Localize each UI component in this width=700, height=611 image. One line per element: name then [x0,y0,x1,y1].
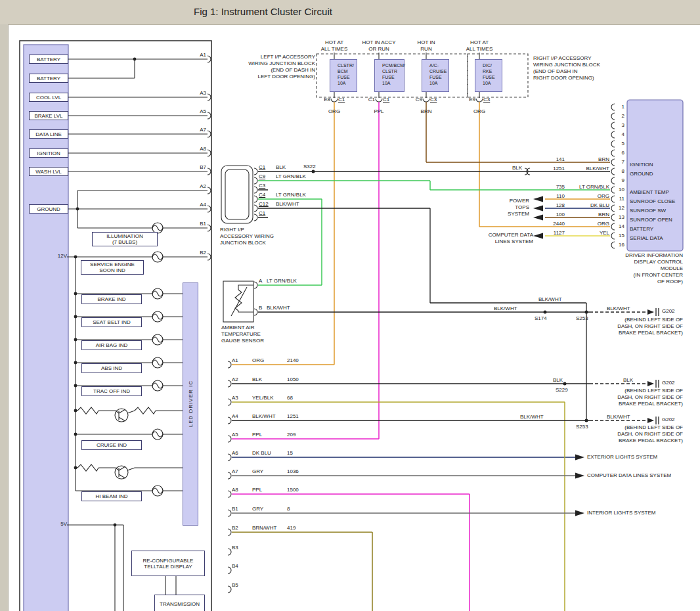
wire-color-label: LT GRN/BLK [565,184,609,191]
harness-row: A2BLK1050 [232,376,299,383]
fuse-header: HOT AT ALL TIMES [321,39,347,53]
harness-row: B2BRN/WHT419 [232,525,295,532]
wire-color-label: LT GRN/BLK [276,192,306,198]
cluster-input-label: WASH LVL [29,167,68,176]
cluster-pin-label: A5 [200,108,206,115]
ground-location-note: (BEHIND LEFT SIDE OF DASH, ON RIGHT SIDE… [617,388,683,407]
indicator-bulb-icons [152,223,163,496]
harness-pin: A1 [232,357,252,364]
fuse-connector-label: C3 [483,97,490,103]
system-destination-label: INTERIOR LIGHTS SYSTEM [587,510,655,516]
system-destination-label: COMPUTER DATA LINES SYSTEM [587,472,671,479]
module-pin-label: SERIAL DATA [630,235,663,242]
left-margin-strip [0,24,9,611]
harness-pin: A5 [232,432,252,438]
junction-caption: RIGHT I/P ACCESSORY WIRING JUNCTION BLOC… [220,227,274,246]
circuit-number: 15 [287,450,293,457]
sensor-pin: A [259,278,267,284]
wire-color-label: ORG [473,108,485,115]
wire-color-label: ORG [565,193,609,200]
wire-color-label: ORG [252,357,287,364]
harness-pin: B2 [232,525,252,532]
junction-pin: C4 [259,192,276,198]
wire-color-label: GRY [252,468,287,475]
ground-label: G202 [662,380,675,386]
junction-pin: C3 [259,183,276,189]
junction-pin-row: C1 [259,210,276,217]
wire-color-label: BLK/WHT [520,414,544,420]
circuit-number: 209 [287,432,295,438]
darkblue-wires [232,208,610,457]
cluster-pin-label: A2 [200,183,206,190]
fuse-box: PCM/BCM/ CLSTR FUSE 10A [374,59,405,92]
module-pin-label: AMBIENT TEMP [630,189,669,196]
module-pin-number: 7 [622,159,624,166]
wire-color-label: BLK/WHT [276,201,299,208]
circuit-number: 8 [287,506,290,512]
module-pin-number: 12 [619,205,624,212]
wire-color-label: PPL [252,487,287,493]
wire-color-label: PPL [374,108,383,115]
sensor-caption: AMBIENT AIR TEMPERATURE GAUGE SENSOR [221,325,264,344]
circuit-number: 141 [498,156,565,163]
wire-color-label: ORG [565,221,609,227]
junction-pin: C9 [259,173,276,180]
harness-row: B1GRY8 [232,506,290,512]
junction-pin-row: C12BLK/WHT [259,201,299,208]
wire-color-label: BLK/WHT [607,306,630,312]
harness-row: A4BLK/WHT1251 [232,413,299,420]
sensor-pin-row: BBLK/WHT [259,305,290,311]
module-pin-label: SUNROOF CLOSE [630,198,675,205]
indicator-label: TRAC OFF IND [81,386,142,396]
transistor-icon [115,409,128,422]
fuse-box: A/C- CRUISE FUSE 10A [422,59,449,92]
circuit-number: 1251 [287,413,299,420]
wire-color-label: BRN [565,156,609,163]
wire-color-label: BRN/WHT [252,525,287,532]
ground-location-note: (BEHIND LEFT SIDE OF DASH, ON RIGHT SIDE… [617,317,683,336]
harness-row: A1ORG2140 [232,357,299,364]
cluster-input-label: COOL LVL [29,93,68,102]
power-tops-system-label: POWER TOPS SYSTEM [508,198,529,217]
fuse-box: DIC/ RKE FUSE 10A [475,59,502,92]
module-pin-number: 9 [622,177,624,184]
module-pin-number: 10 [619,187,624,193]
wire-color-label: BRN [565,212,609,218]
wire-color-label: BLK/WHT [252,413,287,420]
cluster-pin-label: B2 [200,250,206,256]
led-driver-ic-label: LED DRIVER IC [188,380,194,427]
wire-color-label: BLK/WHT [267,305,290,311]
cluster-input-label: BATTERY [29,74,68,83]
fuse-connector-label: E9 [469,97,475,103]
right-junction-note: RIGHT I/P ACCESSORY WIRING JUNCTION BLOC… [533,55,600,81]
module-pin-label: BATTERY [630,226,653,233]
fuse-header: HOT AT ALL TIMES [466,39,492,53]
wire-color-label: BLK/WHT [565,166,609,172]
fuse-header: HOT IN RUN [418,39,435,53]
harness-pin: A8 [232,487,252,493]
cluster-input-label: BATTERY [29,55,68,64]
indicator-label: ILLUMINATION (7 BULBS) [92,232,158,246]
wire-color-label: LT GRN/BLK [267,278,297,284]
splice-dots [74,58,588,527]
circuit-number: 419 [287,525,295,532]
junction-pin: C1 [259,210,276,217]
fuse-box: CLSTR/ BCM FUSE 10A [330,59,357,92]
splice-label: S229 [556,387,568,394]
cluster-pin-label: A3 [200,90,206,97]
module-pin-number: 13 [619,214,624,221]
harness-pin: A7 [232,468,252,475]
module-pin-label: GROUND [630,171,653,177]
fuse-header: HOT IN ACCY OR RUN [362,39,396,53]
indicator-label: HI BEAM IND [81,491,142,501]
circuit-number: 1050 [287,376,299,383]
module-pin-number: 5 [622,141,624,147]
module-pin-number: 16 [619,242,624,248]
cluster-5v-label: 5V [60,521,67,528]
ground-location-note: (BEHIND LEFT SIDE OF DASH, ON RIGHT SIDE… [617,424,683,444]
telltale-display-box: RE-CONFIGURABLE TELLTALE DISPLAY [131,551,205,576]
wire-color-label: BLK [252,376,287,383]
splice-label: S174 [535,315,547,322]
junction-pin-row: C9LT GRN/BLK [259,173,306,180]
harness-pin: B4 [232,563,252,570]
